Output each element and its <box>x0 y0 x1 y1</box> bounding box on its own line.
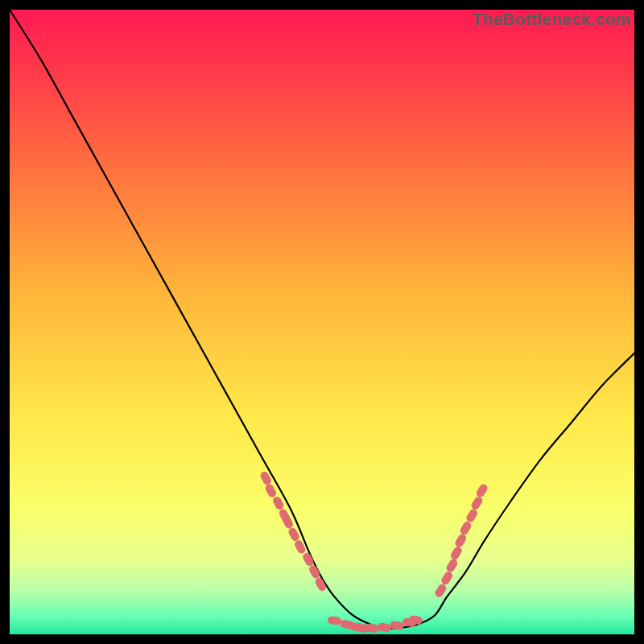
svg-rect-15 <box>378 623 391 632</box>
data-dots-left <box>259 471 327 592</box>
svg-rect-7 <box>302 552 314 567</box>
svg-rect-2 <box>272 496 284 510</box>
svg-rect-5 <box>287 527 299 542</box>
svg-rect-23 <box>454 533 467 547</box>
chart-overlay-svg <box>10 10 634 634</box>
svg-rect-20 <box>440 571 453 585</box>
data-dots-right <box>434 483 488 598</box>
svg-rect-8 <box>308 564 320 579</box>
svg-rect-9 <box>315 577 327 592</box>
svg-rect-1 <box>265 483 277 497</box>
svg-rect-26 <box>470 496 483 510</box>
svg-rect-10 <box>328 616 341 625</box>
svg-rect-21 <box>445 558 458 572</box>
svg-rect-19 <box>434 584 447 598</box>
svg-rect-25 <box>465 508 478 522</box>
svg-rect-22 <box>450 546 463 560</box>
data-dots-bottom <box>328 616 423 633</box>
plot-area: TheBottleneck.com <box>10 10 634 634</box>
chart-frame: TheBottleneck.com <box>0 0 644 644</box>
svg-rect-24 <box>459 521 472 535</box>
svg-rect-27 <box>476 483 489 497</box>
bottleneck-curve <box>10 10 634 629</box>
